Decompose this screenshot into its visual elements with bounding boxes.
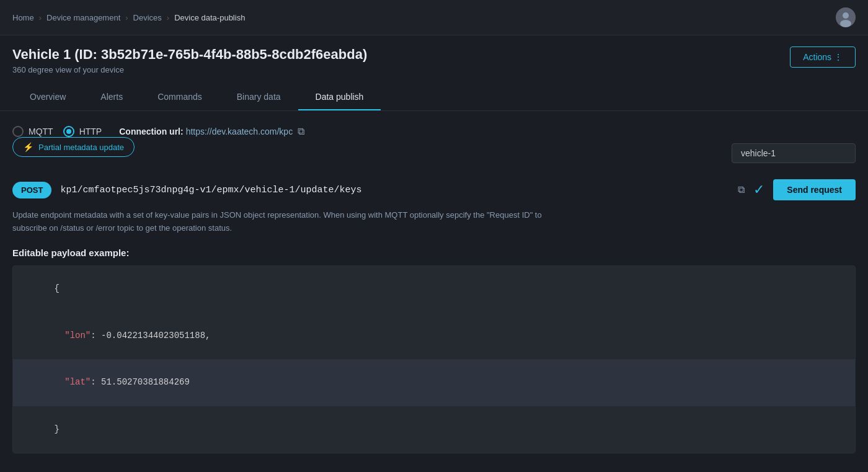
endpoint-input[interactable] [732, 143, 856, 163]
partial-and-input-row: ⚡ Partial metadata update [12, 137, 856, 169]
tabs: Overview Alerts Commands Binary data Dat… [0, 84, 868, 111]
tab-commands[interactable]: Commands [140, 84, 219, 110]
lightning-icon: ⚡ [23, 142, 33, 152]
code-line-3: } [13, 406, 855, 453]
tab-data-publish[interactable]: Data publish [298, 84, 381, 110]
partial-metadata-button[interactable]: ⚡ Partial metadata update [12, 137, 135, 157]
user-avatar[interactable] [836, 7, 856, 27]
post-badge: POST [12, 182, 51, 198]
code-line-0: { [13, 266, 855, 313]
http-label: HTTP [79, 127, 102, 136]
endpoint-row: POST kp1/cmfaotpec5js73dnpg4g-v1/epmx/ve… [12, 179, 856, 200]
page-subtitle: 360 degree view of your device [12, 65, 367, 74]
breadcrumb-current: Device data-publish [174, 13, 245, 22]
connection-url-label: Connection url: [119, 127, 183, 136]
svg-point-1 [843, 12, 849, 19]
page-title: Vehicle 1 (ID: 3b52b71e-765b-4f4b-88b5-8… [12, 47, 367, 63]
copy-endpoint-icon[interactable]: ⧉ [738, 184, 745, 195]
code-line-1: "lon": -0.04221344023051188, [13, 313, 855, 359]
content-area: MQTT HTTP Connection url: https://dev.ka… [0, 111, 868, 468]
connection-url-value: https://dev.kaatech.com/kpc [186, 127, 293, 136]
mqtt-label: MQTT [29, 127, 53, 136]
payload-title: Editable payload example: [12, 247, 856, 258]
actions-button[interactable]: Actions ⋮ [790, 47, 856, 68]
send-request-button[interactable]: Send request [773, 179, 856, 200]
breadcrumb-home[interactable]: Home [12, 13, 34, 22]
description-text: Update endpoint metadata with a set of k… [12, 209, 570, 235]
title-block: Vehicle 1 (ID: 3b52b71e-765b-4f4b-88b5-8… [12, 47, 367, 74]
code-line-2: "lat": 51.50270381884269 [13, 359, 855, 406]
code-editor[interactable]: { "lon": -0.04221344023051188, "lat": 51… [12, 265, 856, 454]
breadcrumb-devices[interactable]: Devices [133, 13, 162, 22]
breadcrumb-device-management[interactable]: Device management [46, 13, 120, 22]
tab-alerts[interactable]: Alerts [83, 84, 140, 110]
protocol-row: MQTT HTTP Connection url: https://dev.ka… [12, 126, 856, 137]
avatar-container [836, 7, 856, 27]
check-icon: ✓ [753, 182, 764, 198]
breadcrumb: Home › Device management › Devices › Dev… [0, 0, 868, 35]
copy-url-icon[interactable]: ⧉ [298, 126, 304, 137]
mqtt-radio[interactable] [12, 126, 24, 137]
http-option[interactable]: HTTP [63, 126, 102, 137]
tab-overview[interactable]: Overview [12, 84, 83, 110]
page-header: Vehicle 1 (ID: 3b52b71e-765b-4f4b-88b5-8… [0, 35, 868, 74]
svg-point-2 [840, 20, 851, 27]
partial-btn-label: Partial metadata update [38, 143, 124, 152]
endpoint-path: kp1/cmfaotpec5js73dnpg4g-v1/epmx/vehicle… [60, 185, 725, 195]
http-radio[interactable] [63, 126, 74, 137]
mqtt-option[interactable]: MQTT [12, 126, 53, 137]
tab-binary-data[interactable]: Binary data [219, 84, 298, 110]
